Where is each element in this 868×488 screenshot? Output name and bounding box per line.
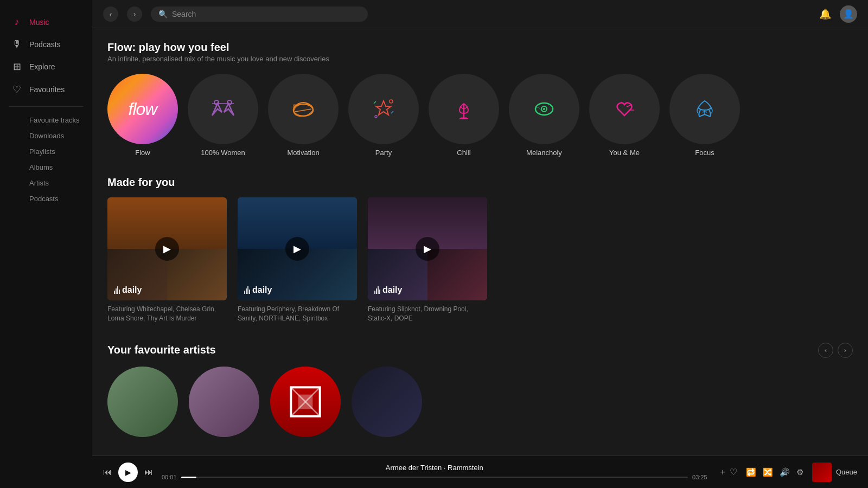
repeat-button[interactable]: 🔁 <box>746 467 756 477</box>
player-controls: ⏮ ▶ ⏭ <box>103 463 153 482</box>
flow-subtitle: An infinite, personalised mix of the mus… <box>107 55 853 63</box>
sidebar-divider <box>9 106 84 107</box>
queue-area: Queue <box>812 463 857 482</box>
grid-icon: ⊞ <box>11 61 23 73</box>
daily-card-1[interactable]: ▶ daily Featuring W <box>107 197 227 323</box>
flow-section-header: Flow: play how you feel An infinite, per… <box>107 41 853 63</box>
flow-title: Flow: play how you feel <box>107 41 853 54</box>
back-button[interactable]: ‹ <box>103 7 118 22</box>
equalizer-button[interactable]: ⚙ <box>796 467 803 477</box>
sidebar-item-downloads[interactable]: Downloads <box>0 128 92 144</box>
microphone-icon: 🎙 <box>11 38 23 50</box>
mood-chill[interactable]: Chill <box>429 74 499 157</box>
svg-line-17 <box>291 402 305 416</box>
mood-focus-label: Focus <box>695 149 714 157</box>
daily-badge-3: daily <box>374 285 402 295</box>
flow-section: Flow: play how you feel An infinite, per… <box>107 41 853 157</box>
sidebar-label-podcasts: Podcasts <box>29 40 61 49</box>
sidebar-nav-music[interactable]: ♪ Music <box>0 11 92 33</box>
artist-avatar-2 <box>189 367 259 437</box>
artist-item-1[interactable] <box>107 367 178 437</box>
card-desc-2: Featuring Periphery, Breakdown Of Sanity… <box>238 305 357 323</box>
sidebar-item-albums[interactable]: Albums <box>0 159 92 175</box>
queue-label[interactable]: Queue <box>836 468 857 476</box>
mood-melancholy[interactable]: Melancholy <box>509 74 579 157</box>
sidebar-label-explore: Explore <box>29 62 55 71</box>
mood-focus[interactable]: Focus <box>669 74 740 157</box>
sidebar-item-playlists[interactable]: Playlists <box>0 144 92 159</box>
search-bar[interactable]: 🔍 <box>151 7 368 22</box>
play-button-card3[interactable]: ▶ <box>416 237 439 261</box>
play-button-card2[interactable]: ▶ <box>285 237 309 261</box>
total-time: 03:25 <box>692 474 707 480</box>
sidebar-item-podcasts-sub[interactable]: Podcasts <box>0 191 92 207</box>
search-icon: 🔍 <box>158 10 168 18</box>
progress-bar[interactable] <box>181 477 688 478</box>
main-content: Flow: play how you feel An infinite, per… <box>92 28 868 455</box>
play-pause-button[interactable]: ▶ <box>118 463 138 482</box>
favourite-artists-section: Your favourite artists ‹ › <box>107 343 853 437</box>
sidebar-item-favourite-tracks[interactable]: Favourite tracks <box>0 112 92 128</box>
mood-youme-label: You & Me <box>609 149 640 157</box>
add-to-playlist-button[interactable]: + <box>720 467 725 477</box>
player-bar: ⏮ ▶ ⏭ Armee der Tristen · Rammstein 00:0… <box>92 455 868 488</box>
mood-flow-label: Flow <box>135 149 150 157</box>
sidebar-label-favourites: Favourites <box>29 85 65 94</box>
artists-next-arrow[interactable]: › <box>838 343 853 358</box>
mood-party[interactable]: Party <box>348 74 419 157</box>
search-input[interactable] <box>172 10 360 18</box>
artist-item-2[interactable] <box>189 367 259 437</box>
like-button[interactable]: ♡ <box>730 467 737 477</box>
previous-button[interactable]: ⏮ <box>103 467 112 477</box>
card-desc-1: Featuring Whitechapel, Chelsea Grin, Lor… <box>107 305 227 323</box>
current-time: 00:01 <box>162 474 177 480</box>
svg-point-5 <box>293 104 296 107</box>
sidebar: ♪ Music 🎙 Podcasts ⊞ Explore ♡ Favourite… <box>0 0 92 488</box>
mood-melancholy-label: Melancholy <box>526 149 562 157</box>
artist-item-4[interactable] <box>352 367 422 437</box>
next-button[interactable]: ⏭ <box>144 467 153 477</box>
svg-line-16 <box>305 387 320 402</box>
cards-row: ▶ daily Featuring W <box>107 197 853 323</box>
sidebar-item-artists[interactable]: Artists <box>0 175 92 191</box>
sidebar-label-music: Music <box>29 18 49 27</box>
forward-button[interactable]: › <box>127 7 142 22</box>
artist-avatar-3 <box>270 367 341 437</box>
made-for-you-section: Made for you ▶ <box>107 176 853 323</box>
moods-grid: flow Flow <box>107 74 853 157</box>
artist-avatar-1 <box>107 367 178 437</box>
artists-prev-arrow[interactable]: ‹ <box>818 343 833 358</box>
volume-button[interactable]: 🔊 <box>780 467 790 477</box>
daily-card-2[interactable]: ▶ daily Featuring P <box>238 197 357 323</box>
mood-youme[interactable]: You & Me <box>589 74 660 157</box>
shuffle-button[interactable]: 🔀 <box>763 467 773 477</box>
artist-item-3[interactable] <box>270 367 341 437</box>
music-icon: ♪ <box>11 16 23 28</box>
player-right-controls: 🔁 🔀 🔊 ⚙ <box>746 467 803 477</box>
player-progress-area: Armee der Tristen · Rammstein 00:01 03:2… <box>162 464 707 480</box>
daily-card-3[interactable]: ▶ daily Featuring S <box>368 197 487 323</box>
card-desc-3: Featuring Slipknot, Drowning Pool, Stati… <box>368 305 487 323</box>
mood-motivation-label: Motivation <box>287 149 319 157</box>
sidebar-nav-favourites[interactable]: ♡ Favourites <box>0 78 92 101</box>
favourite-artists-title: Your favourite artists <box>107 344 216 356</box>
mood-chill-label: Chill <box>457 149 470 157</box>
svg-point-6 <box>390 100 393 103</box>
made-for-you-title: Made for you <box>107 176 175 189</box>
artists-nav-arrows: ‹ › <box>818 343 853 358</box>
avatar[interactable]: 👤 <box>840 5 857 23</box>
mood-women[interactable]: 100% Women <box>188 74 258 157</box>
progress-fill <box>181 477 196 478</box>
mood-women-label: 100% Women <box>201 149 245 157</box>
mood-flow[interactable]: flow Flow <box>107 74 178 157</box>
svg-line-18 <box>305 402 320 416</box>
header: ‹ › 🔍 🔔 👤 <box>92 0 868 28</box>
svg-point-1 <box>227 100 232 105</box>
bell-icon[interactable]: 🔔 <box>819 8 831 20</box>
queue-thumbnail <box>812 463 832 482</box>
sidebar-nav-podcasts[interactable]: 🎙 Podcasts <box>0 33 92 55</box>
artists-row <box>107 367 853 437</box>
sidebar-nav-explore[interactable]: ⊞ Explore <box>0 55 92 78</box>
mood-motivation[interactable]: Motivation <box>268 74 339 157</box>
play-button-card1[interactable]: ▶ <box>155 237 179 261</box>
